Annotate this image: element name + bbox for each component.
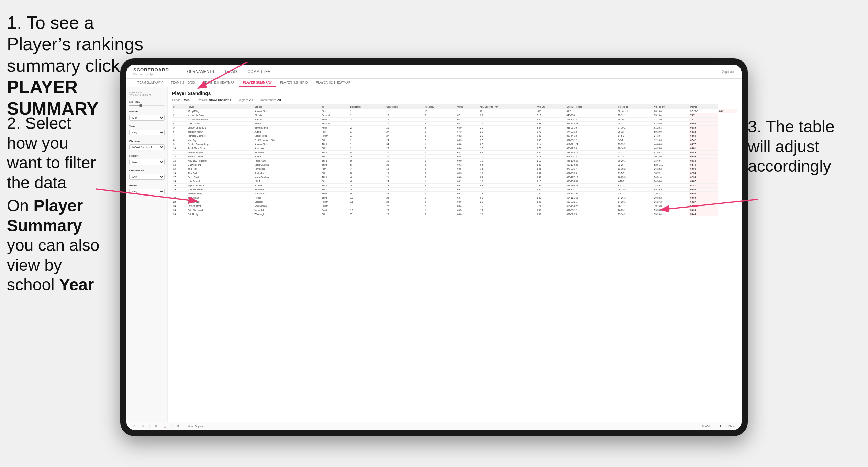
table-row[interactable]: 18Luke PowellUCLAFirst424169.1-1.81.1350…: [172, 179, 737, 184]
sidebar-conference-label: Conference: [129, 169, 165, 172]
toolbar-undo[interactable]: ↩: [131, 424, 137, 429]
sidebar-player-label: Player: [129, 184, 165, 187]
table-row[interactable]: 10Jacob Skov OlesenArkansasFifth123068.4…: [172, 146, 737, 151]
filter-conference-value: All: [277, 98, 281, 102]
filter-region-value: All: [249, 98, 253, 102]
table-row[interactable]: 17David FordNorth CarolinaThird421069.0-…: [172, 175, 737, 179]
toolbar-redo[interactable]: ↪: [140, 424, 146, 429]
sidebar-update-section: Update time: 27/03/2024 16:56:26: [129, 91, 165, 96]
nav-bar: SCOREBOARD Powered by clipp TOURNAMENTS …: [126, 65, 742, 79]
table-header-row: # Player School Yr Reg Rank Conf Rank No…: [172, 104, 737, 109]
sidebar-region-select[interactable]: N/A: [129, 159, 165, 165]
slider-fill: [129, 105, 140, 106]
sidebar-no-rds-section: No Rds.: [129, 100, 165, 106]
sidebar-region-label: Region: [129, 154, 165, 157]
toolbar-watch[interactable]: 👁 Watch: [700, 424, 714, 429]
table-row[interactable]: 26Petr HrubyWashingtonFifth725068.6-1.81…: [172, 212, 737, 216]
sidebar-year-select[interactable]: (All): [129, 130, 165, 135]
sub-nav-player-summary[interactable]: PLAYER SUMMARY: [239, 79, 276, 87]
table-row[interactable]: 8Mats EgeEast Tennessee StateFifth124268…: [172, 138, 737, 142]
sidebar-gender-label: Gender: [129, 110, 165, 113]
filter-conference: Conference: All: [260, 98, 281, 102]
col-rank: #: [172, 104, 186, 109]
table-row[interactable]: 9Preston SummerhaysArizona StateThird134…: [172, 142, 737, 146]
col-points: Points: [689, 104, 718, 109]
table-row[interactable]: 14Maxwell FordNorth CarolinaThird622069.…: [172, 163, 737, 167]
col-vs-top-50: Vs Top 50: [653, 104, 689, 109]
sidebar-conference-section: Conference (All): [129, 169, 165, 180]
col-vs-top-25: Vs Top 25: [616, 104, 653, 109]
slider-thumb[interactable]: [139, 104, 142, 107]
sign-out-link[interactable]: Sign out: [722, 70, 735, 74]
filter-gender-value: Men: [184, 98, 190, 102]
table-row[interactable]: 22Ian GilliganFloridaThird1024168.7-0.91…: [172, 196, 737, 200]
col-reg-rank: Reg Rank: [349, 104, 385, 109]
sidebar-division-select[interactable]: NCAA Division I: [129, 144, 165, 150]
table-row[interactable]: 2Michael Le SassoOle MissSecond118067.1-…: [172, 113, 737, 118]
sidebar-year-label: Year: [129, 125, 165, 128]
table-row[interactable]: 3Michael ThorbjornsenStanfordFourth22616…: [172, 118, 737, 122]
nav-item-teams[interactable]: TEAMS: [224, 68, 237, 75]
toolbar-settings[interactable]: ⚙: [175, 424, 181, 429]
nav-items: TOURNAMENTS TEAMS COMMITTEE: [185, 68, 270, 75]
col-school: School: [253, 104, 321, 109]
sidebar-update-time: Update time: 27/03/2024 16:56:26: [129, 91, 165, 96]
sidebar-division-section: Division NCAA Division I: [129, 140, 165, 150]
sub-nav-player-h2h-heatmap[interactable]: PLAYER H2H HEATMAP: [312, 79, 355, 87]
data-table: # Player School Yr Reg Rank Conf Rank No…: [172, 104, 737, 216]
filter-region-label: Region:: [238, 98, 248, 102]
col-no-rds: No. Rds.: [423, 104, 456, 109]
table-row[interactable]: 24Bastien AmatNew MexicoFourth127269.4-1…: [172, 204, 737, 208]
table-row[interactable]: 12Brendan ValdesAuburnFifth537068.4-1.11…: [172, 155, 737, 159]
table-row[interactable]: 16Alex GoffKentuckyFifth819068.3-1.71.92…: [172, 171, 737, 175]
sub-nav: TEAM SUMMARY TEAM H2H GRID TEAM H2H HEAT…: [126, 79, 742, 87]
instruction-step-2: 2. Select how you want to filter the dat…: [7, 113, 103, 192]
table-row[interactable]: 25Cole SherwoodVanderbiltFourth1223169.5…: [172, 208, 737, 212]
col-avg-sg: Avg SG: [535, 104, 565, 109]
table-row[interactable]: 23Jack LundinMissouriFourth1124068.6-2.3…: [172, 200, 737, 204]
toolbar-download[interactable]: ⬇: [717, 424, 724, 429]
instruction-step-bottom: On Player Summary you can also view by s…: [7, 196, 107, 295]
sub-nav-team-h2h-heatmap[interactable]: TEAM H2H HEATMAP: [199, 79, 239, 87]
bottom-toolbar: ↩ ↪ | ⧉ 📋 | ⚙ | View: Original 👁 Watch ⬇…: [126, 422, 742, 430]
sidebar-player-section: Player (All): [129, 184, 165, 194]
table-row[interactable]: 13Phichakon MaichonTexas A&MThird630169.…: [172, 159, 737, 163]
sub-nav-team-h2h-grid[interactable]: TEAM H2H GRID: [167, 79, 199, 87]
nav-item-committee[interactable]: COMMITTEE: [248, 68, 270, 75]
table-row[interactable]: 5Christo LamprechtGeorgia TechFourth2212…: [172, 126, 737, 130]
sidebar-conference-select[interactable]: (All): [129, 174, 165, 180]
table-row[interactable]: 11Gordon SargentVanderbiltThird421068.7-…: [172, 151, 737, 155]
table-row[interactable]: 1Wenyi DingArizona StateFirst1115167.1-3…: [172, 109, 737, 113]
sub-nav-team-summary[interactable]: TEAM SUMMARY: [133, 79, 167, 87]
table-area: Player Standings Gender: Men Division: N…: [168, 87, 742, 422]
sub-nav-player-h2h-grid[interactable]: PLAYER H2H GRID: [276, 79, 312, 87]
logo-area: SCOREBOARD Powered by clipp: [133, 67, 175, 76]
sidebar-region-section: Region N/A: [129, 154, 165, 165]
table-row[interactable]: 4Luke ClatonFloridaSecond127268.2-1.61.9…: [172, 122, 737, 126]
sidebar-no-rds-label: No Rds.: [129, 100, 165, 103]
nav-item-tournaments[interactable]: TOURNAMENTS: [185, 68, 214, 75]
sidebar-gender-select[interactable]: Men: [129, 115, 165, 121]
filter-division-value: NCAA Division I: [209, 98, 231, 102]
filter-conference-label: Conference:: [260, 98, 276, 102]
tablet-screen: SCOREBOARD Powered by clipp TOURNAMENTS …: [126, 65, 742, 430]
table-row[interactable]: 6Jackson KoivunAuburnFirst127167.3-2.02.…: [172, 130, 737, 134]
table-row[interactable]: 15Jake HallTennesseeFifth718068.5-1.51.6…: [172, 167, 737, 171]
main-content: Update time: 27/03/2024 16:56:26 No Rds.: [126, 87, 742, 422]
toolbar-paste[interactable]: 📋: [162, 424, 169, 429]
col-overall-record: Overall Record: [565, 104, 616, 109]
col-conf-rank: Conf Rank: [385, 104, 423, 109]
sidebar-player-select[interactable]: (All): [129, 189, 165, 194]
col-player: Player: [186, 104, 253, 109]
col-year: Yr: [321, 104, 349, 109]
sidebar-division-label: Division: [129, 140, 165, 143]
table-row[interactable]: 20Matthew RiedelVanderbiltFifth522069.3-…: [172, 188, 737, 192]
table-row[interactable]: 19Tiger ChristensenArizonaThird523269.2-…: [172, 184, 737, 188]
toolbar-copy[interactable]: ⧉: [153, 424, 159, 429]
table-row[interactable]: 7Nicholas GabrelcikNorth FloridaFourth12…: [172, 134, 737, 138]
toolbar-share[interactable]: Share: [726, 424, 737, 429]
slider-container[interactable]: [129, 105, 165, 106]
table-row[interactable]: 21Taehoon SongWashingtonFourth623169.1-1…: [172, 192, 737, 196]
table-title: Player Standings: [172, 91, 737, 96]
sidebar: Update time: 27/03/2024 16:56:26 No Rds.: [126, 87, 168, 422]
